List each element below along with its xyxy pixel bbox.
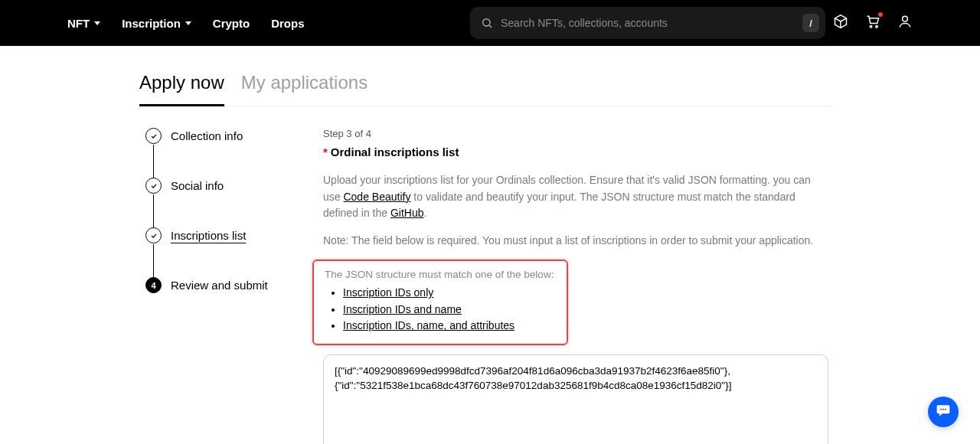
desc-text: .: [424, 207, 427, 219]
nav-inscription[interactable]: Inscription: [122, 17, 191, 30]
page-body: Apply now My applications Collection inf…: [0, 72, 980, 444]
chat-button[interactable]: [928, 397, 959, 427]
nav-label: Inscription: [122, 17, 181, 30]
svg-point-3: [876, 25, 878, 27]
hint-item: Inscription IDs only: [343, 285, 556, 302]
nav-label: Crypto: [213, 17, 250, 30]
hint-list: Inscription IDs only Inscription IDs and…: [325, 285, 556, 335]
content-row: Collection info Social info Inscriptions…: [145, 128, 980, 444]
svg-line-1: [489, 25, 492, 28]
step-label: Inscriptions list: [171, 229, 246, 242]
step-number: 4: [145, 277, 162, 293]
section-heading: Ordinal inscriptions list: [331, 145, 459, 158]
search-bar[interactable]: /: [470, 7, 825, 39]
check-icon: [145, 128, 162, 144]
link-code-beautify[interactable]: Code Beautify: [343, 191, 410, 203]
chat-icon: [936, 403, 951, 421]
tabs: Apply now My applications: [139, 72, 831, 106]
step-review-submit[interactable]: 4 Review and submit: [145, 277, 268, 293]
nav-label: Drops: [271, 17, 304, 30]
heading-row: * Ordinal inscriptions list: [323, 145, 828, 158]
svg-point-0: [483, 19, 490, 26]
hint-title: The JSON structure must match one of the…: [325, 269, 556, 280]
step-indicator: Step 3 of 4: [323, 128, 828, 139]
nav-label: NFT: [67, 17, 90, 30]
svg-point-5: [940, 409, 942, 410]
step-label: Collection info: [171, 129, 243, 142]
step-social-info[interactable]: Social info: [145, 178, 268, 227]
kbd-hint: /: [802, 14, 819, 32]
inscriptions-json-input[interactable]: [323, 354, 828, 444]
form-column: Step 3 of 4 * Ordinal inscriptions list …: [323, 128, 828, 444]
step-collection-info[interactable]: Collection info: [145, 128, 268, 178]
svg-point-2: [870, 25, 872, 27]
cart-badge: [878, 12, 883, 17]
hint-item: Inscription IDs, name, and attributes: [343, 318, 556, 335]
step-label: Review and submit: [171, 279, 268, 292]
nav-links: NFT Inscription Crypto Drops: [67, 17, 305, 30]
topbar-right: [833, 14, 913, 32]
svg-point-6: [942, 409, 944, 410]
link-github[interactable]: GitHub: [390, 207, 424, 219]
check-icon: [145, 227, 162, 243]
link-ids-name[interactable]: Inscription IDs and name: [343, 303, 462, 315]
tab-my-applications[interactable]: My applications: [241, 72, 368, 106]
description: Upload your inscriptions list for your O…: [323, 172, 828, 222]
search-icon: [481, 17, 493, 29]
stepper: Collection info Social info Inscriptions…: [145, 128, 268, 293]
link-ids-only[interactable]: Inscription IDs only: [343, 286, 433, 299]
json-structure-hint: The JSON structure must match one of the…: [312, 260, 568, 345]
link-ids-name-attrs[interactable]: Inscription IDs, name, and attributes: [343, 319, 514, 331]
chevron-down-icon: [185, 21, 191, 25]
nav-nft[interactable]: NFT: [67, 17, 100, 30]
tab-apply-now[interactable]: Apply now: [139, 72, 224, 106]
nav-drops[interactable]: Drops: [271, 17, 304, 30]
step-inscriptions-list[interactable]: Inscriptions list: [145, 227, 268, 277]
chevron-down-icon: [94, 21, 100, 25]
step-label: Social info: [171, 179, 224, 192]
check-icon: [145, 178, 162, 194]
svg-point-7: [945, 409, 946, 410]
cube-icon[interactable]: [833, 14, 848, 32]
required-asterisk: *: [323, 145, 328, 158]
user-icon[interactable]: [897, 14, 913, 32]
search-input[interactable]: [501, 17, 795, 29]
svg-point-4: [903, 16, 908, 21]
note-text: Note: The field below is required. You m…: [323, 233, 828, 249]
hint-item: Inscription IDs and name: [343, 302, 556, 318]
topbar: NFT Inscription Crypto Drops /: [0, 0, 980, 46]
cart-icon[interactable]: [865, 14, 880, 32]
nav-crypto[interactable]: Crypto: [213, 17, 250, 30]
